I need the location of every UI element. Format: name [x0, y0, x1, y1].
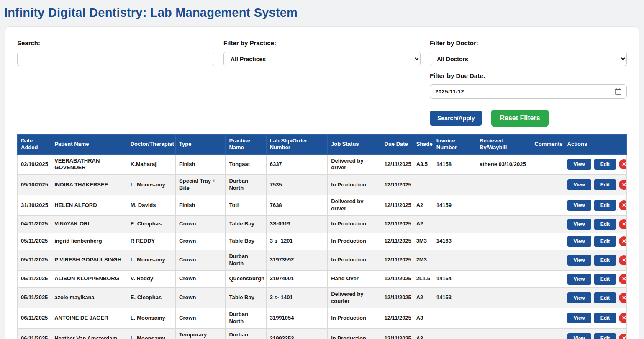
doctor-filter-group: Filter by Doctor: All Doctors Filter by … — [430, 39, 627, 127]
cell-job-status: In Production — [328, 308, 381, 329]
cell-type: Crown — [176, 287, 226, 308]
cell-doctor: R REDDY — [127, 233, 175, 250]
cell-doctor: K.Maharaj — [127, 154, 175, 175]
cell-due-date: 12/11/2025 — [381, 195, 413, 216]
edit-button[interactable]: Edit — [594, 292, 616, 303]
edit-button[interactable]: Edit — [594, 333, 616, 339]
delete-button[interactable]: ✕ — [619, 236, 626, 246]
column-header: Due Date — [381, 135, 413, 155]
cell-patient-name: azole mayikana — [51, 287, 127, 308]
edit-button[interactable]: Edit — [594, 313, 616, 323]
cell-practice: Table Bay — [226, 215, 266, 233]
cell-date-added: 02/10/2025 — [18, 154, 51, 175]
view-button[interactable]: View — [567, 313, 591, 323]
cell-received-by — [476, 287, 531, 308]
due-date-value: 2025/11/12 — [435, 88, 464, 95]
edit-button[interactable]: Edit — [594, 274, 616, 285]
cell-shade — [413, 175, 433, 195]
cell-received-by — [476, 329, 531, 339]
delete-button[interactable]: ✕ — [619, 200, 626, 210]
delete-button[interactable]: ✕ — [619, 255, 626, 265]
delete-button[interactable]: ✕ — [619, 313, 626, 323]
cell-patient-name: ALISON KLOPPENBORG — [51, 270, 127, 287]
cell-due-date: 12/11/2025 — [381, 215, 413, 233]
cell-doctor: E. Cleophas — [127, 287, 175, 308]
cell-patient-name: Heather Van Amsterdam — [51, 329, 127, 339]
cell-date-added: 31/10/2025 — [18, 195, 51, 216]
doctor-filter-select[interactable]: All Doctors — [430, 52, 627, 66]
column-header: Job Status — [328, 135, 381, 155]
cell-comments — [531, 270, 564, 287]
cell-patient-name: ingrid lienbenberg — [51, 233, 127, 250]
table-header-row: Date AddedPatient NameDoctor/TherapistTy… — [18, 135, 627, 155]
edit-button[interactable]: Edit — [594, 236, 616, 247]
cell-patient-name: ANTOINE DE JAGER — [51, 308, 127, 329]
cell-comments — [531, 195, 564, 216]
practice-filter-select[interactable]: All Practices — [223, 52, 421, 66]
cell-date-added: 06/11/2025 — [18, 329, 51, 339]
cell-invoice: 14158 — [433, 154, 476, 175]
cell-due-date: 12/11/2025 — [381, 287, 413, 308]
cell-shade: A3.5 — [413, 154, 433, 175]
view-button[interactable]: View — [567, 333, 591, 339]
cell-shade: 2L1.5 — [413, 270, 433, 287]
cell-lab-slip: 7638 — [266, 195, 327, 216]
column-header: Lab Slip/Order Number — [266, 135, 327, 155]
cell-invoice — [433, 250, 476, 270]
view-button[interactable]: View — [567, 179, 591, 190]
edit-button[interactable]: Edit — [594, 179, 616, 190]
column-header: Shade — [413, 135, 433, 155]
edit-button[interactable]: Edit — [594, 219, 616, 230]
table-row: 05/11/2025ALISON KLOPPENBORGV. ReddyCrow… — [18, 270, 627, 287]
cell-actions: ViewEdit✕ — [564, 329, 626, 339]
cell-due-date: 12/11/2025 — [381, 329, 413, 339]
due-date-filter-group: Filter by Due Date: 2025/11/12 — [430, 72, 627, 99]
search-input[interactable] — [17, 52, 214, 66]
cell-practice: Durban North — [226, 250, 266, 270]
cell-practice: Table Bay — [226, 233, 266, 250]
delete-button[interactable]: ✕ — [619, 180, 626, 190]
edit-button[interactable]: Edit — [594, 200, 616, 211]
search-apply-button[interactable]: Search/Apply — [430, 111, 482, 126]
cell-lab-slip: 31974001 — [266, 270, 327, 287]
cell-date-added: 05/11/2025 — [18, 270, 51, 287]
practice-filter-label: Filter by Practice: — [223, 39, 421, 47]
cell-comments — [531, 250, 564, 270]
cell-doctor: L. Moonsamy — [127, 308, 175, 329]
cell-actions: ViewEdit✕ — [564, 154, 626, 175]
view-button[interactable]: View — [567, 236, 591, 247]
view-button[interactable]: View — [567, 274, 591, 285]
edit-button[interactable]: Edit — [594, 159, 616, 170]
cell-type: Finish — [176, 154, 226, 175]
column-header: Date Added — [18, 135, 51, 155]
delete-button[interactable]: ✕ — [619, 159, 626, 169]
view-button[interactable]: View — [567, 292, 591, 303]
delete-button[interactable]: ✕ — [619, 334, 626, 339]
table-row: 06/11/2025Heather Van AmsterdamL. Moonsa… — [18, 329, 627, 339]
cell-received-by — [476, 270, 531, 287]
column-header: Invoice Number — [433, 135, 476, 155]
view-button[interactable]: View — [567, 255, 591, 266]
cell-doctor: L. Moonsamy — [127, 175, 175, 195]
lab-jobs-table: Date AddedPatient NameDoctor/TherapistTy… — [17, 134, 627, 339]
cell-invoice — [433, 175, 476, 195]
cell-practice: Tongaat — [226, 154, 266, 175]
delete-button[interactable]: ✕ — [619, 274, 626, 284]
delete-button[interactable]: ✕ — [619, 219, 626, 229]
cell-date-added: 05/11/2025 — [18, 233, 51, 250]
view-button[interactable]: View — [567, 200, 591, 211]
column-header: Type — [176, 135, 226, 155]
cell-doctor: L. Moonsamy — [127, 329, 175, 339]
delete-button[interactable]: ✕ — [619, 293, 626, 303]
reset-filters-button[interactable]: Reset Filters — [491, 110, 548, 127]
view-button[interactable]: View — [567, 159, 591, 170]
cell-comments — [531, 329, 564, 339]
calendar-icon[interactable] — [615, 88, 621, 95]
view-button[interactable]: View — [567, 219, 591, 230]
cell-lab-slip: 31992352 — [266, 329, 327, 339]
due-date-input[interactable]: 2025/11/12 — [430, 84, 627, 99]
cell-shade: A2 — [413, 195, 433, 216]
edit-button[interactable]: Edit — [594, 255, 616, 266]
cell-due-date: 12/11/2025 — [381, 154, 413, 175]
cell-practice: Table Bay — [226, 287, 266, 308]
